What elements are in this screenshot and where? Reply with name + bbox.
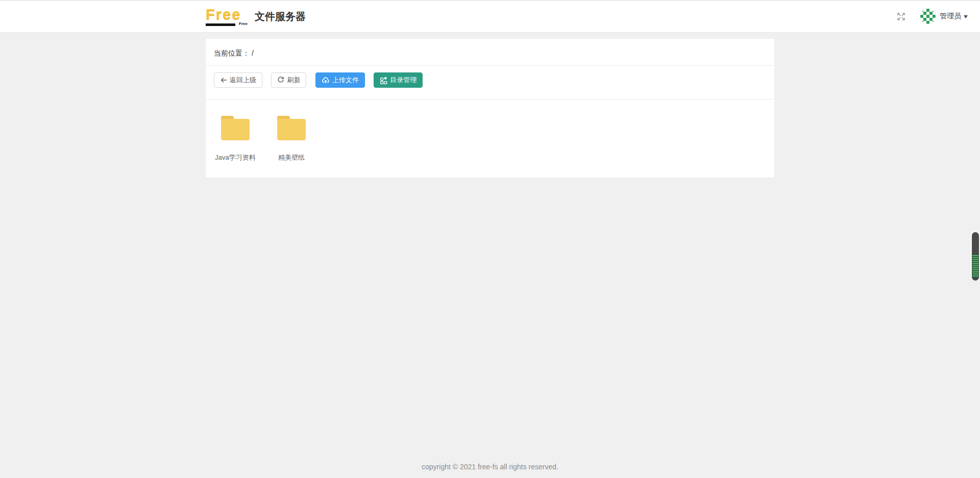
chevron-down-icon [964, 15, 968, 18]
scroll-indicator[interactable] [972, 232, 979, 281]
folder-item-wallpaper[interactable]: 精美壁纸 [263, 116, 320, 162]
logo-underline: Free [206, 22, 248, 26]
refresh-button-label: 刷新 [287, 76, 300, 85]
breadcrumb-label: 当前位置： [214, 49, 250, 57]
logo-wordmark: Free [206, 7, 248, 21]
breadcrumb: 当前位置：/ [206, 39, 774, 66]
folder-icon [221, 116, 250, 140]
refresh-button[interactable]: 刷新 [271, 72, 306, 88]
user-avatar[interactable] [920, 9, 936, 24]
breadcrumb-path: / [252, 49, 254, 57]
folder-name: Java学习资料 [215, 153, 255, 162]
upload-button-label: 上传文件 [332, 76, 359, 85]
logo-subtext: Free [239, 22, 248, 26]
refresh-icon [277, 77, 284, 84]
user-name-label: 管理员 [940, 12, 961, 21]
folder-icon [277, 116, 306, 140]
back-button-label: 返回上级 [230, 76, 256, 85]
folder-name: 精美壁纸 [278, 153, 305, 162]
app-logo[interactable]: Free Free [206, 7, 248, 26]
directory-manage-button[interactable]: 目录管理 [374, 72, 423, 88]
dir-manage-button-label: 目录管理 [390, 76, 416, 85]
toolbar: 返回上级 刷新 上传文件 目录管理 [206, 66, 774, 99]
fullscreen-icon[interactable] [896, 12, 906, 21]
arrow-left-icon [220, 77, 227, 84]
folder-item-java[interactable]: Java学习资料 [207, 116, 263, 162]
folder-grid: Java学习资料 精美壁纸 [206, 99, 774, 178]
app-header: Free Free 文件服务器 [0, 0, 980, 33]
upload-file-button[interactable]: 上传文件 [315, 72, 365, 88]
page-title: 文件服务器 [255, 10, 306, 23]
cloud-upload-icon [322, 76, 330, 84]
file-browser-panel: 当前位置：/ 返回上级 刷新 上传文件 [206, 39, 774, 178]
scroll-indicator-progress [972, 255, 978, 278]
back-button[interactable]: 返回上级 [214, 72, 262, 88]
logo-bar [206, 23, 235, 26]
user-menu[interactable]: 管理员 [940, 12, 968, 21]
copyright-footer: copyright © 2021 free-fs all rights rese… [0, 463, 980, 471]
grid-squares-icon [380, 77, 387, 84]
